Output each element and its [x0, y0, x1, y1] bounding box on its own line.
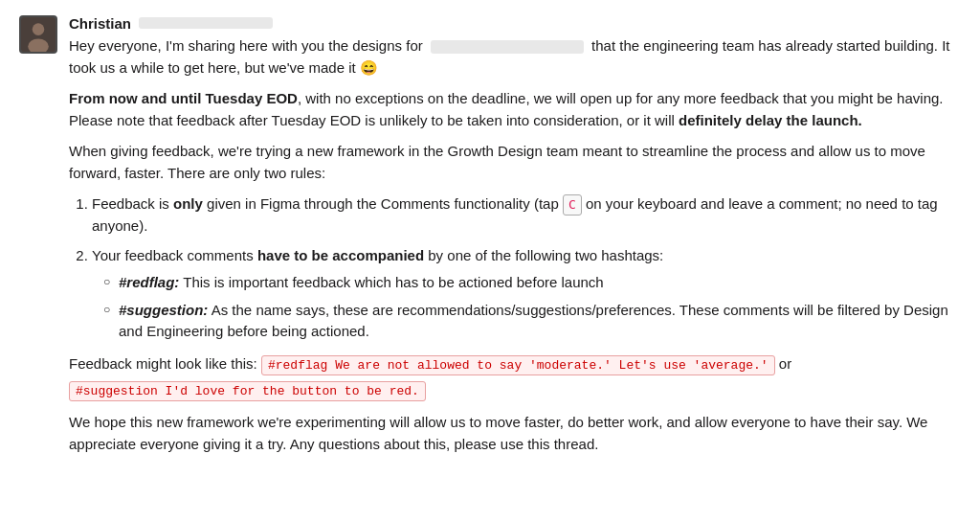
- message-container: Christian Hey everyone, I'm sharing here…: [19, 15, 957, 455]
- keyboard-c: C: [563, 194, 582, 216]
- hashtag-list: #redflag: This is important feedback whi…: [103, 272, 957, 343]
- message-header: Christian: [69, 15, 957, 32]
- code-example-suggestion: #suggestion I'd love for the button to b…: [69, 381, 426, 401]
- message-content: Hey everyone, I'm sharing here with you …: [69, 35, 957, 455]
- intro-paragraph: Hey everyone, I'm sharing here with you …: [69, 35, 957, 79]
- rule-2: Your feedback comments have to be accomp…: [92, 245, 957, 343]
- username: Christian: [69, 15, 131, 32]
- redacted-text: [431, 40, 584, 54]
- closing-paragraph: We hope this new framework we're experim…: [69, 412, 957, 455]
- suggestion-item: #suggestion: As the name says, these are…: [103, 300, 957, 343]
- message-body: Christian Hey everyone, I'm sharing here…: [69, 15, 957, 455]
- redflag-item: #redflag: This is important feedback whi…: [103, 272, 957, 294]
- svg-point-1: [33, 23, 45, 35]
- rule-1: Feedback is only given in Figma through …: [92, 193, 957, 238]
- avatar: [19, 15, 57, 54]
- framework-paragraph: When giving feedback, we're trying a new…: [69, 141, 957, 184]
- feedback-example-paragraph: Feedback might look like this: #redflag …: [69, 351, 957, 403]
- code-example-redflag: #redflag We are not allowed to say 'mode…: [261, 355, 775, 375]
- timestamp: [139, 17, 273, 29]
- deadline-paragraph: From now and until Tuesday EOD, with no …: [69, 88, 957, 131]
- rules-list: Feedback is only given in Figma through …: [88, 193, 957, 343]
